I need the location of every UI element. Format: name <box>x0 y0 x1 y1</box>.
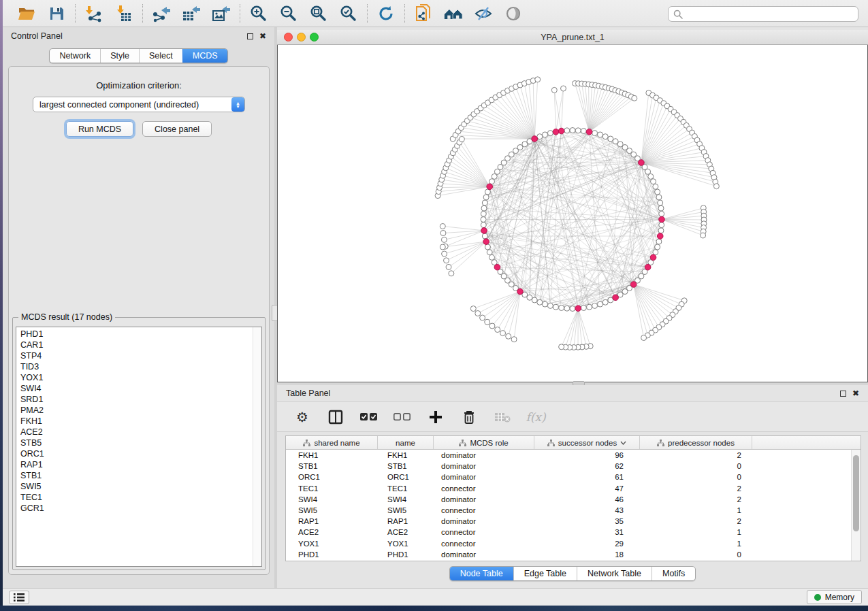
ring-node[interactable] <box>485 244 490 250</box>
leaf-node[interactable] <box>561 86 566 91</box>
mcds-node[interactable] <box>494 264 500 270</box>
maximize-window-icon[interactable] <box>310 33 319 42</box>
leaf-node[interactable] <box>459 136 464 142</box>
delete-column-icon[interactable] <box>460 408 478 426</box>
leaf-node[interactable] <box>470 306 476 312</box>
leaf-node[interactable] <box>440 244 445 250</box>
tab-network[interactable]: Network <box>50 49 100 63</box>
ring-node[interactable] <box>532 297 537 303</box>
ring-node[interactable] <box>522 142 528 147</box>
ring-node[interactable] <box>656 239 662 244</box>
mcds-result-item[interactable]: ORC1 <box>16 448 252 459</box>
mcds-list-scrollbar[interactable] <box>253 327 261 566</box>
ring-node[interactable] <box>570 306 575 312</box>
mcds-node[interactable] <box>558 128 564 134</box>
tab-network-table[interactable]: Network Table <box>577 567 652 580</box>
ring-node[interactable] <box>653 250 658 255</box>
import-table-icon[interactable] <box>114 4 133 23</box>
zoom-in-icon[interactable] <box>249 4 268 23</box>
tab-select[interactable]: Select <box>139 49 182 63</box>
ring-node[interactable] <box>592 303 598 308</box>
table-scrollbar-thumb[interactable] <box>853 455 859 531</box>
leaf-node[interactable] <box>489 323 495 329</box>
mcds-result-item[interactable]: RAP1 <box>16 459 252 470</box>
ring-node[interactable] <box>653 184 658 189</box>
ring-node[interactable] <box>547 303 553 308</box>
hide-birdseye-icon[interactable] <box>474 4 493 23</box>
close-table-panel-icon[interactable]: ✖ <box>852 389 859 397</box>
add-column-icon[interactable] <box>427 408 445 426</box>
share-document-icon[interactable] <box>414 4 433 23</box>
mcds-node[interactable] <box>657 233 663 240</box>
tab-style[interactable]: Style <box>100 49 139 63</box>
mcds-result-item[interactable]: STB5 <box>16 437 252 448</box>
ring-node[interactable] <box>592 131 598 136</box>
leaf-node[interactable] <box>480 315 485 320</box>
zoom-out-icon[interactable] <box>279 4 298 23</box>
mcds-result-item[interactable]: TEC1 <box>16 492 252 503</box>
table-options-gear-icon[interactable]: ⚙ <box>293 408 311 426</box>
leaf-node[interactable] <box>701 233 706 238</box>
column-header-name[interactable]: name <box>378 436 434 449</box>
ring-node[interactable] <box>481 217 486 222</box>
ring-node[interactable] <box>483 195 489 200</box>
table-row[interactable]: RAP1RAP1dominator352 <box>286 516 851 527</box>
close-panel-icon[interactable]: ✖ <box>259 32 266 40</box>
mcds-node[interactable] <box>517 288 524 295</box>
ring-node[interactable] <box>575 128 581 133</box>
ring-node[interactable] <box>602 134 608 139</box>
ring-node[interactable] <box>537 299 543 305</box>
ring-node[interactable] <box>645 169 651 174</box>
select-all-checkboxes-icon[interactable] <box>360 408 378 426</box>
leaf-node[interactable] <box>495 327 500 333</box>
ring-node[interactable] <box>543 132 548 137</box>
ring-node[interactable] <box>598 132 603 137</box>
mcds-result-item[interactable]: CAR1 <box>16 340 252 350</box>
close-panel-button[interactable]: Close panel <box>142 121 212 137</box>
float-panel-icon[interactable] <box>247 33 253 39</box>
mcds-result-item[interactable]: TID3 <box>16 361 252 372</box>
float-table-panel-icon[interactable] <box>840 391 846 397</box>
ring-node[interactable] <box>489 254 495 260</box>
import-network-icon[interactable] <box>84 4 103 23</box>
ring-node[interactable] <box>570 128 575 133</box>
ring-node[interactable] <box>655 244 660 250</box>
table-row[interactable]: TEC1TEC1connector472 <box>286 483 851 494</box>
ring-node[interactable] <box>655 189 660 195</box>
run-mcds-button[interactable]: Run MCDS <box>66 121 133 137</box>
ring-node[interactable] <box>658 228 664 233</box>
mcds-node[interactable] <box>481 228 487 234</box>
ring-node[interactable] <box>481 205 487 211</box>
task-history-button[interactable] <box>9 591 29 604</box>
ring-node[interactable] <box>658 205 664 211</box>
ring-node[interactable] <box>481 211 486 216</box>
refresh-icon[interactable] <box>376 4 396 23</box>
mcds-result-list[interactable]: PHD1CAR1STP4TID3YOX1SWI4SRD1PMA2FKH1ACE2… <box>16 327 262 567</box>
open-folder-icon[interactable] <box>17 4 36 23</box>
column-browser-icon[interactable] <box>327 408 344 426</box>
ring-node[interactable] <box>658 200 663 205</box>
mcds-node[interactable] <box>630 282 637 288</box>
ring-node[interactable] <box>482 200 487 205</box>
zoom-selected-icon[interactable] <box>339 4 358 23</box>
ring-node[interactable] <box>659 211 664 216</box>
mcds-node[interactable] <box>487 184 493 190</box>
mcds-node[interactable] <box>586 129 592 135</box>
mcds-node[interactable] <box>639 160 645 166</box>
ring-node[interactable] <box>559 306 564 311</box>
leaf-node[interactable] <box>442 251 447 257</box>
mcds-node[interactable] <box>483 239 489 245</box>
ring-node[interactable] <box>564 306 570 311</box>
ring-node[interactable] <box>527 295 532 300</box>
table-row[interactable]: FKH1FKH1dominator962 <box>286 450 851 461</box>
save-icon[interactable] <box>47 4 66 23</box>
export-table-icon[interactable] <box>182 4 201 23</box>
leaf-node[interactable] <box>632 95 637 101</box>
mcds-node[interactable] <box>650 254 656 261</box>
mcds-result-item[interactable]: SWI5 <box>16 481 252 492</box>
ring-node[interactable] <box>602 299 608 305</box>
deselect-all-checkboxes-icon[interactable] <box>393 408 411 426</box>
mcds-result-item[interactable]: STB1 <box>16 470 252 481</box>
tab-edge-table[interactable]: Edge Table <box>513 567 577 580</box>
leaf-node[interactable] <box>444 258 449 263</box>
